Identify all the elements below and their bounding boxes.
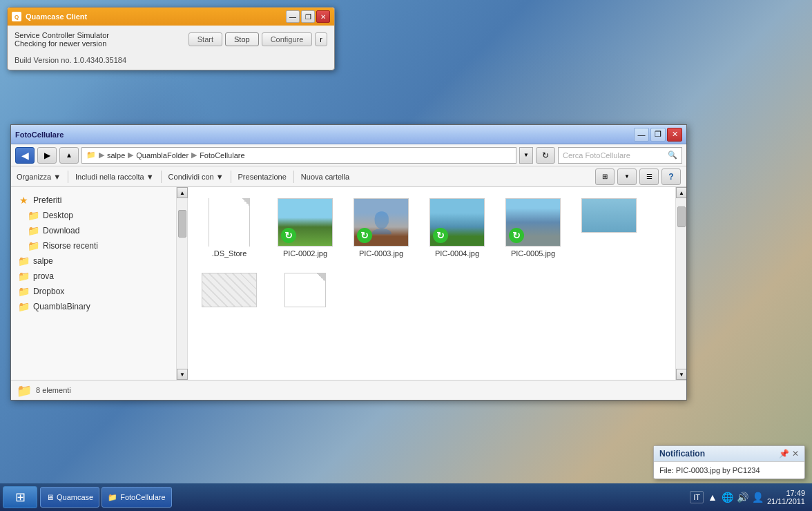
path-part-foto: FotoCellulare xyxy=(200,151,244,160)
stop-button[interactable]: Stop xyxy=(225,32,259,46)
taskbar-item-quamcase[interactable]: 🖥 Quamcase xyxy=(40,487,99,508)
tray-volume-icon[interactable]: 🔊 xyxy=(737,491,749,503)
sidebar-top-spacer xyxy=(11,187,176,193)
sidebar-container: ★ Preferiti 📁 Desktop 📁 Download 📁 Risor… xyxy=(11,187,188,380)
sidebar-item-salpe[interactable]: 📁 salpe xyxy=(11,253,176,269)
file-thumbnail: ↻ xyxy=(278,198,333,247)
toolbar-new-folder[interactable]: Nuova cartella xyxy=(301,173,349,181)
toolbar-separator-3 xyxy=(231,171,231,183)
sidebar-item-desktop[interactable]: 📁 Desktop xyxy=(11,208,176,223)
sidebar-scroll-thumb[interactable] xyxy=(178,210,186,238)
sidebar-item-risorse[interactable]: 📁 Risorse recenti xyxy=(11,238,176,253)
taskbar-items: 🖥 Quamcase 📁 FotoCellulare xyxy=(37,487,686,508)
path-part-quambla: QuamblaFolder xyxy=(136,151,188,160)
sidebar-scrollbar: ▲ ▼ xyxy=(177,187,188,380)
sidebar-preferiti-label: Preferiti xyxy=(33,195,61,205)
explorer-close-button[interactable]: ✕ xyxy=(667,128,682,142)
start-button[interactable]: ⊞ xyxy=(3,486,37,508)
sidebar-scroll-up[interactable]: ▲ xyxy=(177,187,188,198)
tray-time: 17:49 xyxy=(767,489,805,497)
address-dropdown[interactable]: ▼ xyxy=(519,147,533,164)
tray-arrow-icon[interactable]: ▲ xyxy=(706,491,719,503)
taskbar-tray: IT ▲ 🌐 🔊 👤 17:49 21/11/2011 xyxy=(686,489,809,505)
generic-file-icon-partial xyxy=(284,273,326,307)
notification-header: Notification 📌 ✕ xyxy=(654,446,804,462)
list-item[interactable] xyxy=(195,269,264,311)
sidebar-scroll-down[interactable]: ▼ xyxy=(177,369,188,380)
list-item[interactable]: 👤 ↻ PIC-0003.jpg xyxy=(347,194,416,262)
quamcase-window-controls: — ❐ ✕ xyxy=(286,10,330,23)
file-scroll-thumb[interactable] xyxy=(677,206,686,227)
path-separator1: ▶ xyxy=(99,151,104,160)
sync-overlay-icon: ↻ xyxy=(357,228,372,243)
view-options-button[interactable]: ⊞ xyxy=(595,168,615,185)
list-item[interactable] xyxy=(271,269,340,311)
sidebar-item-preferiti[interactable]: ★ Preferiti xyxy=(11,193,176,208)
sidebar-item-dropbox[interactable]: 📁 Dropbox xyxy=(11,284,176,299)
quamcase-restore-button[interactable]: ❐ xyxy=(301,10,315,23)
folder-prova-icon: 📁 xyxy=(18,271,29,282)
sidebar-desktop-label: Desktop xyxy=(43,211,73,220)
start-button[interactable]: Start xyxy=(188,32,222,46)
help-button[interactable]: ? xyxy=(661,168,681,185)
sidebar-item-prova[interactable]: 📁 prova xyxy=(11,269,176,284)
notification-title: Notification xyxy=(659,449,705,459)
address-path[interactable]: 📁 ▶ salpe ▶ QuamblaFolder ▶ FotoCellular… xyxy=(81,147,516,164)
organize-chevron-icon: ▼ xyxy=(53,173,61,181)
toolbar-presentation[interactable]: Presentazione xyxy=(238,173,287,181)
tray-network-icon[interactable]: 🌐 xyxy=(722,491,734,503)
file-thumbnail xyxy=(278,273,333,307)
tray-language: IT xyxy=(690,491,704,503)
tray-date: 21/11/2011 xyxy=(767,497,805,505)
star-icon: ★ xyxy=(18,195,29,206)
configure-button[interactable]: Configure xyxy=(262,32,313,46)
explorer-restore-button[interactable]: ❐ xyxy=(650,128,666,142)
list-item[interactable]: ↻ PIC-0004.jpg xyxy=(423,194,492,262)
quamcase-close-button[interactable]: ✕ xyxy=(316,10,330,23)
folder-quamblabinary-icon: 📁 xyxy=(18,301,29,312)
quamcase-minimize-button[interactable]: — xyxy=(286,10,300,23)
file-name: PIC-0002.jpg xyxy=(283,249,327,258)
notification-pin-icon[interactable]: 📌 xyxy=(779,449,789,459)
address-bar: ◀ ▶ ▲ 📁 ▶ salpe ▶ QuamblaFolder ▶ FotoCe… xyxy=(11,144,686,166)
explorer-minimize-button[interactable]: — xyxy=(634,128,649,142)
view-dropdown-button[interactable]: ▼ xyxy=(617,168,637,185)
list-item[interactable]: .DS_Store xyxy=(195,194,264,262)
toolbar-separator-4 xyxy=(293,171,294,183)
list-item[interactable] xyxy=(574,194,644,262)
explorer-window-controls: — ❐ ✕ xyxy=(634,128,682,142)
sidebar-risorse-label: Risorse recenti xyxy=(43,241,98,251)
list-item[interactable]: ↻ PIC-0005.jpg xyxy=(499,194,568,262)
refresh-button[interactable]: ↻ xyxy=(536,147,555,164)
file-grid: .DS_Store ↻ PIC-0002.jpg 👤 xyxy=(188,187,675,380)
search-placeholder: Cerca FotoCellulare xyxy=(563,151,630,160)
generic-file-icon xyxy=(209,198,250,247)
sidebar-item-quamblabinary[interactable]: 📁 QuamblaBinary xyxy=(11,299,176,314)
toolbar-separator-1 xyxy=(68,171,68,183)
toolbar-include-collection[interactable]: Includi nella raccolta ▼ xyxy=(75,173,154,181)
file-area: .DS_Store ↻ PIC-0002.jpg 👤 xyxy=(188,187,675,380)
build-version-text: Build Version no. 1.0.4340.35184 xyxy=(14,56,126,64)
taskbar-item-explorer[interactable]: 📁 FotoCellulare xyxy=(102,487,171,508)
list-item[interactable]: ↻ PIC-0002.jpg xyxy=(271,194,340,262)
back-button[interactable]: ◀ xyxy=(15,147,35,164)
notification-body: File: PIC-0003.jpg by PC1234 xyxy=(654,462,804,479)
r-button[interactable]: r xyxy=(315,32,327,46)
view-list-button[interactable]: ☰ xyxy=(639,168,659,185)
sidebar: ★ Preferiti 📁 Desktop 📁 Download 📁 Risor… xyxy=(11,187,177,380)
sidebar-item-download[interactable]: 📁 Download xyxy=(11,223,176,238)
forward-button[interactable]: ▶ xyxy=(37,147,57,164)
tray-user-icon[interactable]: 👤 xyxy=(752,491,764,503)
quamcase-body: Service Controller Simulator Checking fo… xyxy=(8,26,334,53)
notification-close-button[interactable]: ✕ xyxy=(792,449,799,459)
folder-dl-icon: 📁 xyxy=(28,225,39,236)
sync-overlay-icon: ↻ xyxy=(433,228,448,243)
up-button[interactable]: ▲ xyxy=(59,147,79,164)
sync-overlay-icon: ↻ xyxy=(281,228,296,243)
toolbar-organize[interactable]: Organizza ▼ xyxy=(17,173,61,181)
quamcase-status-line2: Checking for newer version xyxy=(14,39,182,48)
toolbar-share[interactable]: Condividi con ▼ xyxy=(168,173,224,181)
search-box[interactable]: Cerca FotoCellulare 🔍 xyxy=(558,147,682,164)
file-scroll-down[interactable]: ▼ xyxy=(676,369,686,380)
file-scroll-up[interactable]: ▲ xyxy=(676,187,686,198)
